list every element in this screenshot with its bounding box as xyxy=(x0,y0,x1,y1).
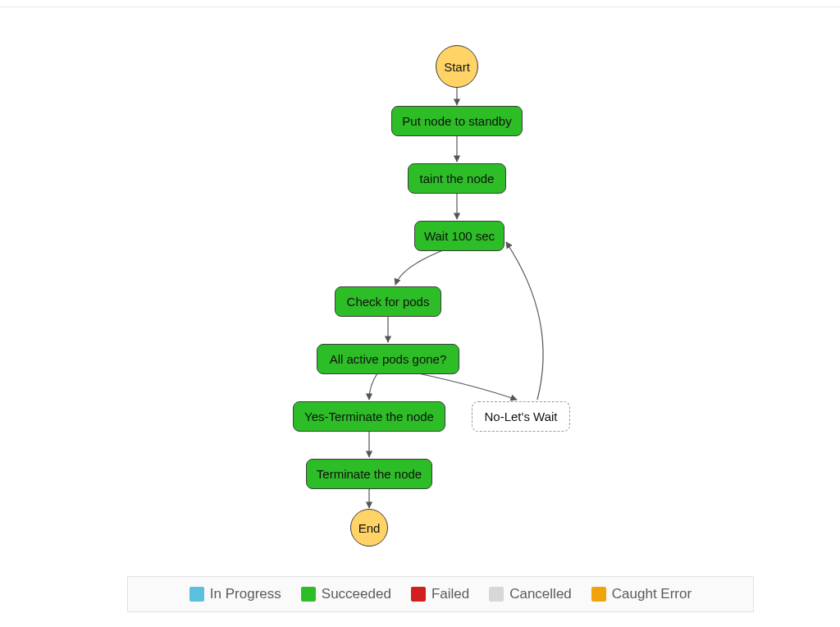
legend-item-failed: Failed xyxy=(411,586,469,602)
swatch-caught-error xyxy=(591,587,606,602)
flow-node-terminate[interactable]: Terminate the node xyxy=(306,459,432,489)
flow-node-no[interactable]: No-Let's Wait xyxy=(472,401,570,432)
top-divider xyxy=(0,7,840,7)
swatch-failed xyxy=(411,587,426,602)
flow-node-check[interactable]: Check for pods xyxy=(335,286,441,317)
flow-node-standby[interactable]: Put node to standby xyxy=(391,106,523,136)
flow-node-start[interactable]: Start xyxy=(436,45,478,88)
flow-node-taint[interactable]: taint the node xyxy=(408,163,506,194)
node-label: All active pods gone? xyxy=(330,352,447,366)
legend-item-in-progress: In Progress xyxy=(189,586,281,602)
node-label: Wait 100 sec xyxy=(424,229,495,243)
legend-label: In Progress xyxy=(210,586,281,602)
node-label: Terminate the node xyxy=(317,467,422,481)
flow-node-yes[interactable]: Yes-Terminate the node xyxy=(293,401,445,432)
flow-node-end[interactable]: End xyxy=(350,509,388,547)
flowchart-canvas: Start Put node to standby taint the node… xyxy=(0,8,840,566)
legend-item-caught-error: Caught Error xyxy=(591,586,692,602)
legend-label: Caught Error xyxy=(612,586,692,602)
swatch-cancelled xyxy=(489,587,504,602)
legend-label: Cancelled xyxy=(509,586,572,602)
node-label: Put node to standby xyxy=(402,114,511,128)
node-label: Yes-Terminate the node xyxy=(304,410,434,423)
legend: In Progress Succeeded Failed Cancelled C… xyxy=(127,576,754,612)
node-label: No-Let's Wait xyxy=(485,410,558,423)
legend-item-cancelled: Cancelled xyxy=(489,586,572,602)
legend-item-succeeded: Succeeded xyxy=(301,586,391,602)
swatch-succeeded xyxy=(301,587,316,602)
flow-node-wait[interactable]: Wait 100 sec xyxy=(414,221,504,251)
flow-node-choice[interactable]: All active pods gone? xyxy=(317,344,459,374)
swatch-in-progress xyxy=(189,587,204,602)
node-label: Start xyxy=(444,60,470,74)
node-label: Check for pods xyxy=(347,295,430,309)
node-label: End xyxy=(358,521,381,535)
legend-label: Failed xyxy=(431,586,469,602)
legend-label: Succeeded xyxy=(322,586,391,602)
node-label: taint the node xyxy=(420,172,495,185)
